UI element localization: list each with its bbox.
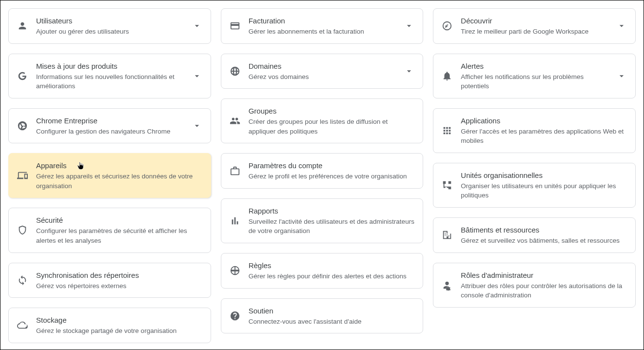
card-apps[interactable]: Applications Gérer l'accès et les paramè… [433,108,636,153]
column-1: Utilisateurs Ajouter ou gérer des utilis… [8,8,211,343]
card-desc: Configurer la gestion des navigateurs Ch… [36,127,187,136]
chevron-down-icon[interactable] [403,20,415,32]
building-icon [441,229,453,241]
apps-grid-icon [441,125,453,136]
card-desc: Gérez le profil et les préférences de vo… [249,172,415,181]
card-desc: Gérez vos domaines [249,72,400,82]
chevron-down-icon[interactable] [616,70,627,82]
card-desc: Connectez-vous avec l'assistant d'aide [249,317,415,327]
card-buildings-resources[interactable]: Bâtiments et ressources Gérez et surveil… [433,217,636,253]
card-devices[interactable]: Appareils Gérez les appareils et sécuris… [8,153,211,198]
card-title: Alertes [461,61,612,71]
shield-icon [17,224,28,236]
card-desc: Gérez le stockage partagé de votre organ… [36,326,203,336]
chevron-down-icon[interactable] [191,70,203,82]
bell-icon [441,70,453,82]
card-title: Facturation [249,16,400,26]
card-directory-sync[interactable]: Synchronisation des répertoires Gérez vo… [8,263,211,298]
wheel-icon [229,265,241,276]
card-title: Bâtiments et ressources [461,225,627,235]
chevron-down-icon[interactable] [403,65,415,77]
card-title: Rôles d'administrateur [461,270,627,280]
card-billing[interactable]: Facturation Gérer les abonnements et la … [221,8,424,44]
card-desc: Tirez le meilleur parti de Google Worksp… [461,27,612,37]
credit-card-icon [229,20,241,32]
briefcase-icon [229,165,241,177]
chevron-down-icon[interactable] [616,20,627,32]
card-desc: Gérer les abonnements et la facturation [249,27,400,37]
admin-icon [441,279,453,291]
compass-icon [441,20,453,32]
card-desc: Gérer l'accès et les paramètres des appl… [461,127,627,146]
card-security[interactable]: Sécurité Configurer les paramètres de sé… [8,208,211,253]
card-title: Découvrir [461,16,612,26]
card-title: Paramètres du compte [249,160,415,171]
card-title: Rapports [249,206,415,216]
card-desc: Gérer les règles pour définir des alerte… [249,272,415,281]
card-title: Règles [249,260,415,271]
card-title: Stockage [36,315,203,325]
card-desc: Surveillez l'activité des utilisateurs e… [249,217,415,236]
card-title: Groupes [249,106,415,116]
globe-icon [229,65,241,77]
org-tree-icon [441,179,453,191]
chevron-down-icon[interactable] [191,20,203,32]
card-desc: Attribuer des rôles pour contrôler les a… [461,281,627,300]
chrome-icon [17,120,28,132]
devices-icon [17,170,28,181]
card-desc: Gérez et surveillez vos bâtiments, salle… [461,236,627,246]
card-support[interactable]: Soutien Connectez-vous avec l'assistant … [221,298,424,334]
chevron-down-icon[interactable] [191,120,203,132]
card-title: Applications [461,116,627,126]
card-reports[interactable]: Rapports Surveillez l'activité des utili… [221,198,424,243]
card-title: Appareils [36,160,203,171]
sync-icon [17,274,28,286]
card-title: Unités organisationnelles [461,170,627,180]
card-title: Utilisateurs [36,16,187,26]
card-alerts[interactable]: Alertes Afficher les notifications sur l… [433,54,636,98]
bar-chart-icon [229,215,241,227]
card-desc: Gérez les appareils et sécurisez les don… [36,172,203,191]
card-groups[interactable]: Groupes Créer des groupes pour les liste… [221,98,424,143]
google-g-icon [17,70,28,82]
card-desc: Créer des groupes pour les listes de dif… [249,117,415,136]
card-users[interactable]: Utilisateurs Ajouter ou gérer des utilis… [8,8,211,44]
card-discover[interactable]: Découvrir Tirez le meilleur parti de Goo… [433,8,636,44]
card-org-units[interactable]: Unités organisationnelles Organiser les … [433,163,636,208]
card-product-updates[interactable]: Mises à jour des produits Informations s… [8,54,211,98]
groups-icon [229,115,241,127]
card-storage[interactable]: Stockage Gérez le stockage partagé de vo… [8,308,211,343]
card-domains[interactable]: Domaines Gérez vos domaines [221,54,424,89]
card-title: Sécurité [36,215,203,225]
card-desc: Ajouter ou gérer des utilisateurs [36,27,187,37]
person-icon [17,20,28,32]
card-title: Synchronisation des répertoires [36,270,203,280]
card-title: Chrome Entreprise [36,116,187,126]
card-title: Domaines [249,61,400,71]
cloud-icon [17,319,28,331]
card-desc: Afficher les notifications sur les probl… [461,72,612,91]
card-title: Soutien [249,306,415,316]
admin-cards-grid: Utilisateurs Ajouter ou gérer des utilis… [5,5,639,346]
card-admin-roles[interactable]: Rôles d'administrateur Attribuer des rôl… [433,263,636,308]
help-icon [229,310,241,322]
card-desc: Gérez vos répertoires externes [36,281,203,291]
column-3: Découvrir Tirez le meilleur parti de Goo… [433,8,636,343]
card-rules[interactable]: Règles Gérer les règles pour définir des… [221,253,424,289]
card-desc: Configurer les paramètres de sécurité et… [36,226,203,245]
card-desc: Organiser les utilisateurs en unités pou… [461,181,627,200]
card-desc: Informations sur les nouvelles fonctionn… [36,72,187,91]
card-account-settings[interactable]: Paramètres du compte Gérez le profil et … [221,153,424,189]
card-title: Mises à jour des produits [36,61,187,71]
card-chrome-enterprise[interactable]: Chrome Entreprise Configurer la gestion … [8,108,211,144]
column-2: Facturation Gérer les abonnements et la … [221,8,424,343]
